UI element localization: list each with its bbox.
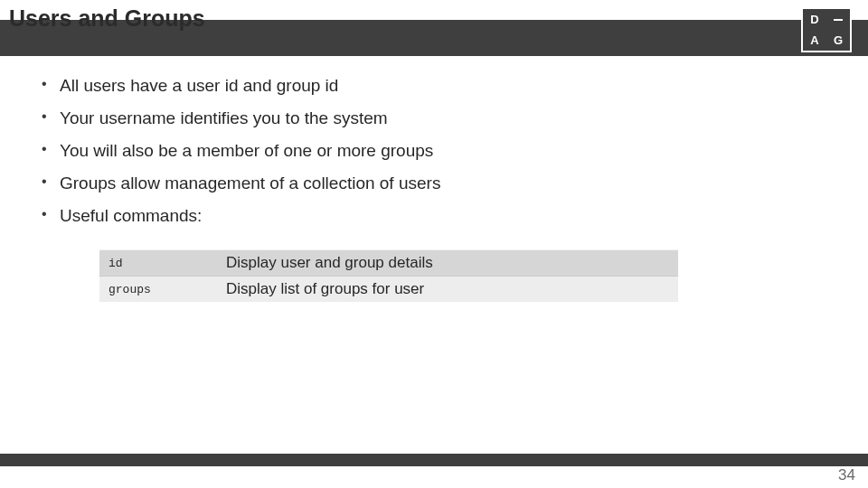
page-number: 34 [838,466,855,484]
footer-bar [0,454,868,466]
table-row: groups Display list of groups for user [99,277,678,303]
table-row: id Display user and group details [99,250,678,277]
bullet-list: All users have a user id and group id Yo… [40,76,828,226]
command-description: Display list of groups for user [217,277,678,303]
list-item: Groups allow management of a collection … [40,174,828,193]
list-item: All users have a user id and group id [40,76,828,96]
command-name: groups [99,277,217,303]
list-item: You will also be a member of one or more… [40,141,828,161]
list-item: Your username identifies you to the syst… [40,108,828,128]
logo-letter-a: A [803,30,826,51]
command-description: Display user and group details [217,250,678,277]
command-name: id [99,250,217,277]
slide-content: All users have a user id and group id Yo… [40,76,828,302]
logo-letter-g: G [826,30,850,51]
logo-letter-d: D [803,9,826,30]
page-title: Users and Groups [9,5,205,32]
logo-dash-icon [826,9,850,30]
commands-table: id Display user and group details groups… [99,249,678,302]
brand-logo: D A G [801,7,852,52]
list-item: Useful commands: [40,206,828,226]
